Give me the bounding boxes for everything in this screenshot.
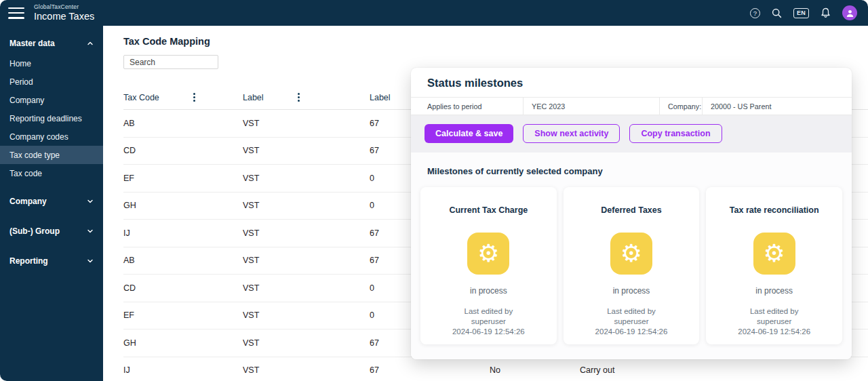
milestones-section-title: Milestones of currently selected company: [427, 166, 842, 176]
cell-tax-code: GH: [123, 338, 243, 348]
cell-label: VST: [243, 310, 370, 320]
help-icon[interactable]: ?: [750, 8, 760, 18]
sidebar-item-company-codes[interactable]: Company codes: [0, 127, 103, 146]
show-next-activity-button[interactable]: Show next activity: [523, 124, 620, 143]
milestone-card-title: Deferred Taxes: [564, 205, 700, 215]
search-icon[interactable]: [772, 8, 782, 18]
cell-label: VST: [243, 174, 370, 183]
column-header-label-1: Label: [243, 93, 264, 102]
milestone-status: in process: [706, 286, 842, 296]
chevron-up-icon: [87, 40, 94, 47]
milestone-card-tax-rate-reconciliation: Tax rate reconciliation ⚙ in process Las…: [706, 187, 842, 344]
copy-transaction-button[interactable]: Copy transaction: [629, 124, 722, 143]
cell-label: VST: [243, 228, 370, 238]
cell-label: VST: [243, 146, 370, 155]
gear-icon: ⚙: [467, 233, 509, 275]
milestone-status: in process: [420, 286, 557, 296]
notifications-bell-icon[interactable]: [821, 7, 831, 18]
calculate-save-button[interactable]: Calculate & save: [425, 124, 513, 143]
chevron-down-icon: [87, 228, 94, 235]
page-app-title: Income Taxes: [34, 11, 94, 22]
milestone-card-deferred-taxes: Deferred Taxes ⚙ in process Last edited …: [564, 187, 700, 344]
sidebar: Master data Home Period Company Reportin…: [0, 26, 103, 381]
milestone-last-edited: Last edited by superuser 2024-06-19 12:5…: [564, 306, 700, 337]
column-header-tax-code: Tax Code: [123, 93, 159, 102]
status-milestones-panel: Status milestones Applies to period YEC …: [411, 68, 852, 359]
milestone-card-title: Current Tax Charge: [420, 205, 557, 215]
cell-label: VST: [243, 283, 370, 293]
milestone-card-current-tax-charge: Current Tax Charge ⚙ in process Last edi…: [420, 187, 557, 344]
cell-tax-code: AB: [123, 256, 243, 265]
sidebar-section-label: (Sub-) Group: [9, 226, 60, 236]
cell-tax-code: IJ: [123, 228, 243, 238]
modal-actions: Calculate & save Show next activity Copy…: [411, 115, 852, 153]
topbar: GlobalTaxCenter Income Taxes ? EN: [0, 0, 868, 26]
cell-tax-code: CD: [123, 146, 243, 155]
sidebar-item-reporting-deadlines[interactable]: Reporting deadlines: [0, 109, 103, 127]
language-selector[interactable]: EN: [793, 8, 809, 18]
column-header-label-2: Label: [370, 93, 391, 102]
cell-tax-code: EF: [123, 174, 243, 183]
app-window: GlobalTaxCenter Income Taxes ? EN Master…: [0, 0, 868, 381]
user-avatar[interactable]: [842, 5, 857, 20]
chevron-down-icon: [87, 198, 94, 205]
sidebar-item-period[interactable]: Period: [0, 73, 103, 91]
modal-title: Status milestones: [427, 77, 835, 89]
gear-icon: ⚙: [753, 233, 795, 275]
period-company-row: Applies to period YEC 2023 Company: 2000…: [411, 97, 852, 115]
sidebar-item-tax-code-type[interactable]: Tax code type: [0, 146, 103, 164]
chevron-down-icon: [87, 258, 94, 264]
milestone-last-edited: Last edited by superuser 2024-06-19 12:5…: [420, 306, 557, 337]
sidebar-section-label: Reporting: [9, 256, 48, 266]
column-menu-icon[interactable]: [193, 93, 195, 102]
sidebar-item-home[interactable]: Home: [0, 54, 103, 73]
search-input[interactable]: [123, 55, 218, 69]
brand-name: GlobalTaxCenter: [34, 4, 94, 11]
cell-label: VST: [243, 201, 370, 210]
cell-label: VST: [243, 365, 370, 375]
milestone-status: in process: [564, 286, 700, 296]
cell-no: No: [490, 365, 580, 375]
sidebar-section-company[interactable]: Company: [0, 190, 103, 212]
cell-carry-out: Carry out: [580, 365, 868, 375]
sidebar-section-label: Master data: [9, 39, 55, 48]
hamburger-menu-icon[interactable]: [8, 7, 24, 19]
applies-to-period-label: Applies to period: [411, 98, 523, 115]
period-value[interactable]: YEC 2023: [523, 98, 659, 115]
company-label: Company:: [659, 98, 702, 115]
column-menu-icon[interactable]: [298, 93, 300, 102]
company-value[interactable]: 20000 - US Parent: [702, 98, 852, 115]
cell-tax-code: IJ: [123, 365, 243, 375]
table-row[interactable]: IJ VST 67 No Carry out: [123, 357, 868, 381]
sidebar-item-company[interactable]: Company: [0, 91, 103, 109]
cell-tax-code: CD: [123, 283, 243, 293]
gear-icon: ⚙: [610, 233, 652, 275]
cell-label: VST: [243, 119, 370, 128]
milestone-card-title: Tax rate reconciliation: [706, 205, 842, 215]
sidebar-section-label: Company: [9, 197, 47, 206]
sidebar-section-master-data[interactable]: Master data: [0, 33, 103, 54]
sidebar-item-tax-code[interactable]: Tax code: [0, 164, 103, 182]
sidebar-section-reporting[interactable]: Reporting: [0, 250, 103, 272]
cell-label: VST: [243, 338, 370, 348]
cell-tax-code: GH: [123, 201, 243, 210]
milestone-last-edited: Last edited by superuser 2024-06-19 12:5…: [706, 306, 842, 337]
app-brand: GlobalTaxCenter Income Taxes: [34, 4, 94, 22]
cell-tax-code: AB: [123, 119, 243, 128]
sidebar-section-sub-group[interactable]: (Sub-) Group: [0, 220, 103, 242]
cell-value: 67: [370, 365, 490, 375]
cell-tax-code: EF: [123, 310, 243, 320]
cell-label: VST: [243, 256, 370, 265]
page-title: Tax Code Mapping: [123, 36, 868, 47]
